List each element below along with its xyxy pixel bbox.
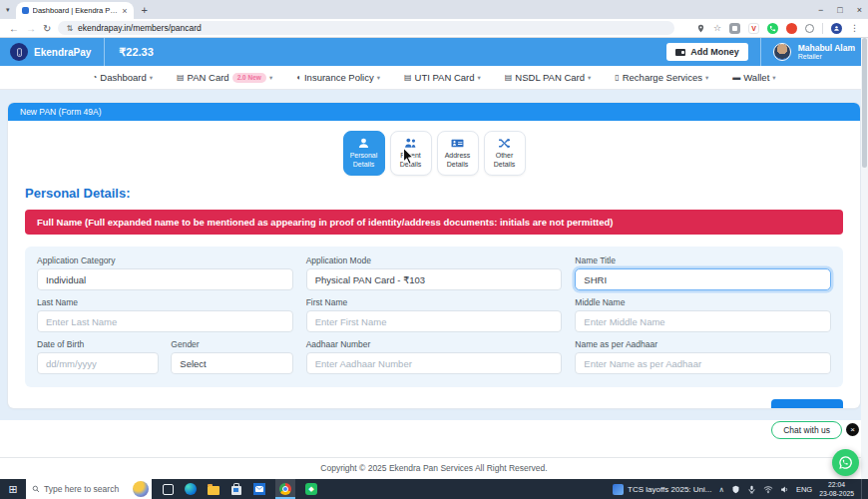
browser-forward-button[interactable]: →: [26, 23, 36, 34]
address-bar[interactable]: ⇅ ekendrapay.in/members/pancard: [58, 21, 674, 35]
chevron-down-icon: ▾: [478, 74, 481, 82]
form-steps: Personal Details Parent Details Address …: [8, 121, 860, 178]
chevron-right-icon: ›: [829, 405, 832, 408]
field-label: Aadhaar Number: [306, 339, 563, 349]
step-address-details[interactable]: Address Details: [437, 131, 479, 176]
card-icon: ▤: [404, 73, 412, 82]
scrollbar-thumb[interactable]: [862, 38, 867, 168]
add-money-button[interactable]: Add Money: [666, 43, 748, 61]
application-category-input[interactable]: [37, 268, 293, 290]
chat-close-icon[interactable]: ×: [846, 423, 859, 436]
step-personal-details[interactable]: Personal Details: [343, 131, 385, 176]
field-application-mode: Application Mode: [306, 255, 563, 290]
id-card-icon: [451, 137, 464, 150]
file-explorer-icon[interactable]: [207, 482, 220, 496]
form-title-bar: New PAN (Form 49A): [8, 103, 860, 121]
chevron-down-icon: ▾: [588, 74, 591, 82]
field-label: Gender: [171, 339, 292, 349]
nav-item-uti-pan-card[interactable]: ▤ UTI PAN Card ▾: [404, 72, 481, 83]
tray-expand-icon[interactable]: ∧: [718, 485, 724, 494]
first-name-input[interactable]: [306, 310, 563, 332]
next-step-button[interactable]: Next Step ›: [771, 399, 843, 408]
window-minimize-button[interactable]: −: [818, 5, 823, 15]
aadhaar-number-input[interactable]: [306, 352, 563, 374]
taskbar-search[interactable]: Type here to search: [26, 479, 152, 499]
browser-profile-icon[interactable]: [831, 23, 842, 34]
chat-with-us-button[interactable]: Chat with us: [771, 421, 842, 439]
start-button[interactable]: ⊞: [0, 483, 26, 496]
name-as-per-aadhaar-input[interactable]: [575, 352, 831, 374]
whatsapp-button[interactable]: [832, 449, 859, 476]
speaker-icon[interactable]: [780, 485, 789, 494]
nav-item-pan-card[interactable]: ▤ PAN Card 2.0 New ▾: [177, 72, 272, 83]
extension-v-icon[interactable]: V: [748, 23, 759, 34]
extension-image-icon[interactable]: [729, 23, 740, 34]
browser-reload-button[interactable]: ↻: [43, 23, 51, 34]
network-icon[interactable]: [763, 485, 773, 494]
page-scrollbar[interactable]: [861, 38, 868, 479]
task-view-icon[interactable]: [161, 482, 175, 496]
name-title-input[interactable]: [575, 268, 831, 290]
edge-icon[interactable]: [184, 482, 198, 496]
search-placeholder: Type here to search: [44, 484, 119, 494]
field-aadhaar-number: Aadhaar Number: [306, 339, 563, 374]
url-text: ekendrapay.in/members/pancard: [78, 23, 202, 33]
location-pin-icon[interactable]: [696, 24, 705, 33]
nav-item-nsdl-pan-card[interactable]: ▤ NSDL PAN Card ▾: [505, 72, 592, 83]
field-application-category: Application Category: [37, 255, 293, 290]
middle-name-input[interactable]: [575, 310, 831, 332]
show-desktop-button[interactable]: [861, 479, 866, 499]
application-mode-input[interactable]: [306, 268, 563, 290]
nav-item-dashboard[interactable]: ◔ Dashboard ▾: [92, 72, 153, 83]
new-tab-button[interactable]: +: [142, 4, 148, 16]
new-badge: 2.0 New: [232, 73, 266, 83]
weather-widget-icon[interactable]: [133, 481, 149, 497]
microphone-icon[interactable]: [747, 485, 756, 494]
gender-select[interactable]: [171, 352, 292, 374]
search-icon: [32, 485, 40, 493]
extension-ring-icon[interactable]: [805, 24, 814, 33]
nav-item-wallet[interactable]: ▬ Wallet ▾: [732, 72, 775, 83]
last-name-input[interactable]: [37, 310, 293, 332]
tab-close-icon[interactable]: ×: [122, 6, 127, 16]
browser-tab[interactable]: Dashboard | Ekendra Pan Servi ×: [16, 2, 134, 19]
site-info-icon[interactable]: ⇅: [66, 24, 73, 33]
store-icon[interactable]: [229, 482, 243, 496]
bottom-area: Chat with us × Copyright © 2025 Ekendra …: [0, 420, 868, 479]
taskbar-clock[interactable]: 22:04 23-08-2025: [819, 480, 854, 498]
browser-menu-icon[interactable]: ⋮: [850, 23, 859, 33]
field-label: Middle Name: [575, 297, 831, 307]
wallet-balance: ₹22.33: [105, 46, 154, 59]
date-of-birth-input[interactable]: [37, 352, 159, 374]
bookmark-star-icon[interactable]: ☆: [713, 23, 721, 33]
step-other-details[interactable]: Other Details: [484, 131, 526, 176]
extension-whatsapp-icon[interactable]: [767, 23, 778, 34]
window-maximize-button[interactable]: □: [837, 5, 842, 15]
nav-item-insurance-policy[interactable]: ◐ Insurance Policy ▾: [296, 72, 380, 83]
tab-title: Dashboard | Ekendra Pan Servi: [33, 6, 119, 15]
dashboard-icon: ◔: [92, 73, 97, 82]
user-role: Retailer: [798, 53, 855, 61]
chevron-down-icon: ▾: [377, 74, 380, 82]
clock-date: 23-08-2025: [819, 489, 854, 498]
brand[interactable]: EkendraPay: [0, 38, 104, 66]
wallet-icon: ▬: [732, 73, 740, 82]
browser-back-button[interactable]: ←: [9, 23, 19, 34]
language-indicator[interactable]: ENG: [796, 485, 812, 494]
shield-icon: ◐: [296, 73, 301, 82]
news-widget[interactable]: TCS layoffs 2025: Uni...: [613, 484, 711, 495]
green-app-icon[interactable]: ◆: [304, 482, 318, 496]
mail-icon[interactable]: [252, 482, 266, 496]
user-menu[interactable]: Mahabul Alam Retailer: [760, 38, 868, 66]
windows-taskbar: ⊞ Type here to search ◆ TCS layoffs 2025…: [0, 479, 868, 499]
field-label: Date of Birth: [37, 339, 159, 349]
tab-search-icon[interactable]: ▾: [6, 6, 10, 14]
window-close-button[interactable]: ×: [857, 5, 862, 15]
defender-shield-icon[interactable]: [731, 485, 740, 494]
field-middle-name: Middle Name: [575, 297, 831, 332]
new-pan-form-card: New PAN (Form 49A) Personal Details Pare…: [8, 103, 860, 408]
nav-item-recharge-services[interactable]: ▯ Recharge Services ▾: [615, 72, 708, 83]
mouse-cursor: [402, 147, 415, 170]
chrome-icon[interactable]: [275, 479, 295, 499]
extension-o-icon[interactable]: [786, 23, 797, 34]
